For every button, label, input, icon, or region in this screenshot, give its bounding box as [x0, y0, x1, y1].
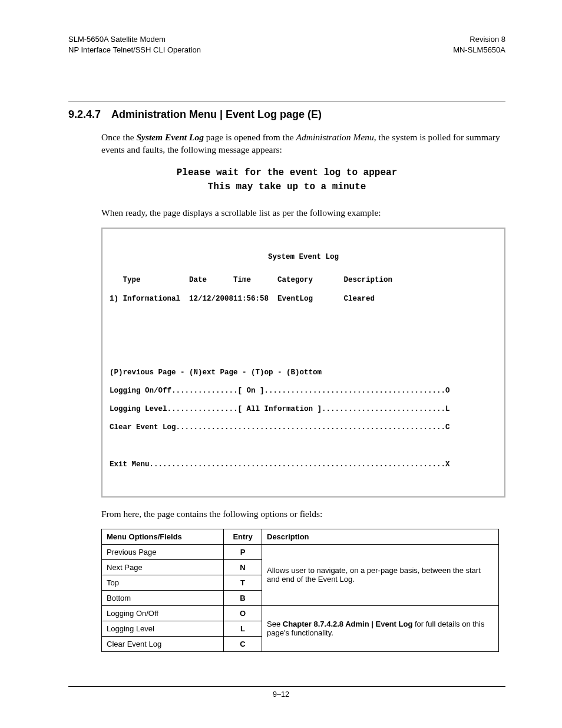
options-intro: From here, the page contains the followi…: [101, 508, 505, 521]
terminal-title: System Event Log: [110, 253, 497, 262]
section-number: 9.2.4.7: [68, 108, 101, 121]
wait-message: Please wait for the event log to appear …: [68, 166, 505, 194]
section-title: Administration Menu | Event Log page (E): [111, 108, 322, 120]
th-entry: Entry: [224, 529, 262, 544]
terminal-nav-line: (P)revious Page - (N)ext Page - (T)op - …: [110, 368, 497, 378]
cell-entry: C: [224, 636, 262, 651]
terminal-data-row: 1) Informational 12/12/200811:56:58 Even…: [110, 295, 497, 304]
cell-entry: T: [224, 575, 262, 590]
cell-desc-log: See Chapter 8.7.4.2.8 Admin | Event Log …: [262, 605, 499, 651]
cell-option: Top: [102, 575, 224, 590]
header-left-line1: SLM-5650A Satellite Modem: [68, 34, 201, 45]
divider-bottom: [68, 686, 505, 687]
options-table: Menu Options/Fields Entry Description Pr…: [101, 529, 499, 652]
divider-top: [68, 101, 505, 101]
terminal-screenshot: System Event Log Type Date Time Category…: [101, 228, 505, 498]
cell-entry: N: [224, 559, 262, 575]
section-heading: 9.2.4.7Administration Menu | Event Log p…: [68, 108, 505, 121]
terminal-option-clear: Clear Event Log.........................…: [110, 423, 497, 433]
ready-paragraph: When ready, the page displays a scrollab…: [101, 207, 505, 219]
cell-entry: P: [224, 544, 262, 559]
header-right: Revision 8 MN-SLM5650A: [453, 34, 505, 55]
wait-line-2: This may take up to a minute: [68, 180, 505, 194]
cell-option: Logging On/Off: [102, 605, 224, 621]
page-footer: 9–12: [0, 686, 562, 699]
terminal-option-logging-level: Logging Level................[ All Infor…: [110, 405, 497, 414]
administration-menu-term: Administration Menu: [296, 132, 374, 142]
cell-entry: O: [224, 605, 262, 621]
table-row: Previous Page P Allows user to navigate,…: [102, 544, 499, 559]
cell-entry: L: [224, 621, 262, 636]
cell-option: Previous Page: [102, 544, 224, 559]
header-right-line1: Revision 8: [453, 34, 505, 45]
cell-option: Clear Event Log: [102, 636, 224, 651]
terminal-blank: [110, 313, 497, 359]
cell-entry: B: [224, 590, 262, 605]
page: SLM-5650A Satellite Modem NP Interface T…: [0, 0, 562, 728]
th-menu-options: Menu Options/Fields: [102, 529, 224, 544]
terminal-header-row: Type Date Time Category Description: [110, 276, 497, 285]
header-right-line2: MN-SLM5650A: [453, 45, 505, 55]
page-number: 9–12: [273, 690, 289, 699]
terminal-blank2: [110, 442, 497, 452]
intro-paragraph: Once the System Event Log page is opened…: [101, 131, 505, 156]
terminal-option-logging-onoff: Logging On/Off...............[ On ].....…: [110, 387, 497, 396]
header-left: SLM-5650A Satellite Modem NP Interface T…: [68, 34, 201, 55]
header-left-line2: NP Interface Telnet/SSH CLI Operation: [68, 45, 201, 55]
cell-option: Bottom: [102, 590, 224, 605]
cell-option: Logging Level: [102, 621, 224, 636]
page-header: SLM-5650A Satellite Modem NP Interface T…: [68, 34, 505, 55]
table-header-row: Menu Options/Fields Entry Description: [102, 529, 499, 544]
system-event-log-term: System Event Log: [136, 132, 204, 142]
cell-option: Next Page: [102, 559, 224, 575]
wait-line-1: Please wait for the event log to appear: [68, 166, 505, 180]
cell-desc-nav: Allows user to navigate, on a per-page b…: [262, 544, 499, 605]
chapter-ref: Chapter 8.7.4.2.8 Admin | Event Log: [283, 620, 413, 628]
terminal-exit: Exit Menu...............................…: [110, 460, 497, 470]
table-row: Logging On/Off O See Chapter 8.7.4.2.8 A…: [102, 605, 499, 621]
th-description: Description: [262, 529, 499, 544]
